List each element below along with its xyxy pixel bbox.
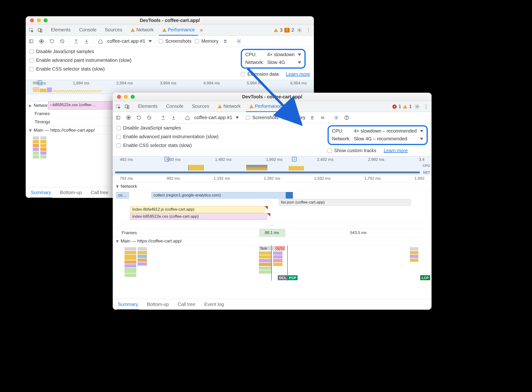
tab-elements[interactable]: Elements [135,101,161,112]
zoom-icon[interactable] [44,19,48,22]
tab-call-tree[interactable]: Call tree [177,299,196,310]
network-throttle-select[interactable]: Slow 4G – recommended [354,136,417,141]
toggle-panel-icon[interactable] [115,114,122,121]
upload-icon[interactable] [73,38,80,45]
memory-checkbox[interactable] [195,39,199,43]
device-toggle-icon[interactable] [37,27,44,34]
track-frames[interactable]: Frames 88.1 ms 543.5 ms [113,229,431,237]
recording-select[interactable]: coffee-cart.app #1 [194,115,232,120]
chevron-down-icon[interactable] [236,117,239,119]
reload-record-icon[interactable] [135,114,143,121]
recording-select[interactable]: coffee-cart.app #1 [107,38,145,44]
net-req[interactable]: index-8bfa4912.js (coffee-cart.app) [130,206,265,213]
kebab-menu-icon[interactable]: ⋮ [423,103,430,110]
toggle-panel-icon[interactable] [28,38,35,45]
css-stats-checkbox[interactable] [116,143,121,148]
issue-warning-count[interactable]: 3 [280,27,282,33]
more-tabs-icon[interactable]: » [200,27,203,33]
chevron-down-icon[interactable] [148,40,152,42]
settings-icon[interactable] [414,103,421,110]
tab-performance[interactable]: Performance [246,101,285,112]
tab-network[interactable]: Network [214,101,244,112]
record-icon[interactable] [38,38,45,45]
home-icon[interactable] [97,38,104,45]
net-req[interactable]: list.json (coffee-cart.app) [279,199,411,206]
tab-event-log[interactable]: Event log [203,299,225,310]
issue-error-count[interactable]: 2 [291,27,294,33]
tab-elements[interactable]: Elements [48,24,74,36]
chevron-down-icon[interactable] [420,130,423,132]
extension-data-checkbox[interactable] [241,72,245,76]
screenshots-checkbox[interactable] [246,116,250,120]
inspect-icon[interactable] [28,27,35,34]
task-block[interactable]: Task [259,246,275,251]
collapsed-tracks-icon[interactable]: ⋯ [113,222,431,229]
custom-tracks-checkbox[interactable] [328,149,332,153]
paint-instr-checkbox[interactable] [29,58,34,62]
timeline-overview[interactable]: 994 ms1,994 ms2,994 ms3,994 ms4,994 ms5,… [26,80,314,94]
track-main-header[interactable]: ▼Main — https://coffee-cart.app/ [113,237,431,245]
zoom-icon[interactable] [131,95,135,99]
tab-bottom-up[interactable]: Bottom-up [59,187,83,198]
download-icon[interactable] [170,114,177,121]
cpu-throttle-select[interactable]: 4× slowdown – recommended [354,128,417,134]
disable-js-checkbox[interactable] [116,126,121,130]
record-icon[interactable] [125,114,132,121]
minimize-icon[interactable] [37,19,41,22]
main-flamegraph[interactable]: Task DCL FCP LCP [113,245,431,281]
tab-bottom-up[interactable]: Bottom-up [146,299,170,310]
close-icon[interactable] [30,19,34,22]
disable-js-checkbox[interactable] [29,50,34,54]
tab-network[interactable]: Network [127,24,157,36]
settings-icon[interactable] [296,27,303,34]
issue-warning-count[interactable]: 1 [409,104,412,109]
clear-icon[interactable] [146,114,153,121]
close-icon[interactable] [117,95,121,99]
net-req[interactable]: index-b859522e.css (coffee-cart.app) [130,213,267,220]
paint-instr-checkbox[interactable] [116,135,121,139]
tab-call-tree[interactable]: Call tree [90,187,109,198]
tab-summary[interactable]: Summary [30,187,52,198]
chevron-down-icon[interactable] [420,138,423,140]
range-start-icon[interactable]: II [165,157,169,162]
tab-console[interactable]: Console [76,24,100,36]
inspect-icon[interactable] [115,103,122,110]
tab-sources[interactable]: Sources [189,101,213,112]
css-stats-checkbox[interactable] [29,67,34,71]
learn-more-link[interactable]: Learn more [286,71,310,77]
tab-sources[interactable]: Sources [102,24,125,36]
gc-icon[interactable] [309,114,316,121]
device-toggle-icon[interactable] [124,103,131,110]
chevron-down-icon[interactable] [298,54,301,56]
minimize-icon[interactable] [124,95,128,99]
tab-summary[interactable]: Summary [117,299,139,310]
issue-error-count[interactable]: 1 [398,104,401,109]
learn-more-link[interactable]: Learn more [384,148,408,153]
upload-icon[interactable] [160,114,167,121]
capture-settings-icon[interactable] [235,38,242,45]
fcp-marker: FCP [288,275,298,280]
reload-record-icon[interactable] [48,38,56,45]
help-icon[interactable] [343,114,350,121]
capture-settings-icon[interactable] [333,114,340,121]
chevron-down-icon[interactable] [298,61,301,64]
clear-icon[interactable] [59,38,66,45]
home-icon[interactable] [184,114,191,121]
net-req[interactable]: collect (region1.google-analytics.com) [151,192,286,199]
track-network-header[interactable]: ▼Network [113,182,431,191]
gc-icon[interactable] [222,38,229,45]
net-req[interactable]: co… [116,192,129,199]
kebab-menu-icon[interactable]: ⋮ [305,27,312,34]
screenshots-checkbox[interactable] [159,39,163,43]
tab-performance[interactable]: Performance [159,24,198,36]
download-icon[interactable] [83,38,90,45]
memory-checkbox[interactable] [282,116,286,120]
more-tabs-icon[interactable]: » [287,103,290,110]
shortcuts-icon[interactable] [319,114,326,121]
network-throttle-select[interactable]: Slow 4G [267,60,295,65]
range-end-icon[interactable]: II [292,157,297,162]
tab-console[interactable]: Console [163,101,186,112]
issue-badge-icon[interactable]: ! [284,28,290,33]
timeline-overview[interactable]: 492 ms992 ms1,492 ms1,992 ms2,492 ms2,99… [113,156,431,175]
cpu-throttle-select[interactable]: 4× slowdown [267,52,295,57]
